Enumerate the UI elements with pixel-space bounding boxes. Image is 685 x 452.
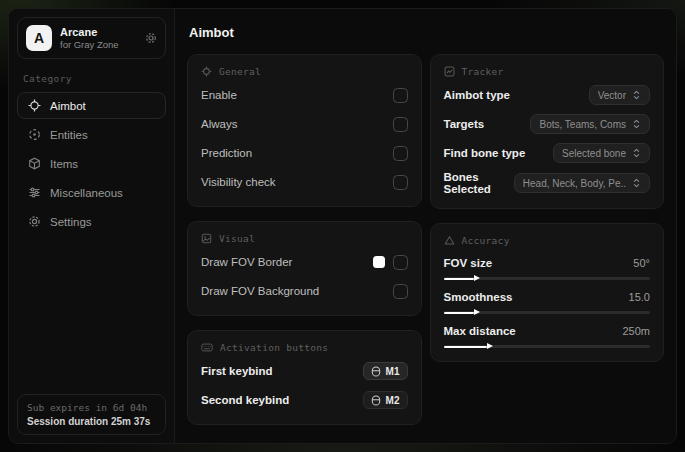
aimbot-type-dropdown[interactable]: Vector — [589, 85, 650, 105]
crosshair-icon — [28, 99, 41, 112]
accuracy-card: Accuracy FOV size 50° Smoothness — [430, 223, 665, 362]
sidebar-nav: Aimbot Entities Items — [17, 92, 166, 235]
setting-label: Visibility check — [201, 176, 276, 188]
sidebar-item-items[interactable]: Items — [17, 150, 166, 177]
dropdown-value: Head, Neck, Body, Pe.. — [523, 178, 626, 189]
section-title: Tracker — [462, 66, 504, 77]
fov-size-slider[interactable] — [444, 277, 651, 280]
setting-row-bones-selected: Bones Selected Head, Neck, Body, Pe.. — [444, 171, 651, 195]
setting-label: Smoothness — [444, 291, 513, 303]
trend-chart-icon — [444, 66, 455, 77]
setting-label: Max distance — [444, 325, 516, 337]
chevron-up-down-icon — [632, 178, 641, 188]
slider-fill — [444, 312, 475, 314]
sidebar-item-label: Aimbot — [50, 100, 86, 112]
cube-icon — [28, 157, 41, 170]
setting-label: FOV size — [444, 257, 493, 269]
setting-label: Second keybind — [201, 394, 289, 406]
sidebar-item-label: Entities — [50, 129, 88, 141]
max-distance-slider[interactable] — [444, 345, 651, 348]
sidebar-item-entities[interactable]: Entities — [17, 121, 166, 148]
mouse-icon — [371, 366, 381, 377]
setting-row-enable: Enable — [201, 84, 408, 106]
chevron-up-down-icon — [632, 119, 641, 129]
slider-value: 15.0 — [629, 291, 650, 303]
dropdown-value: Bots, Teams, Coms — [539, 119, 626, 130]
setting-label: Prediction — [201, 147, 252, 159]
setting-row-aimbot-type: Aimbot type Vector — [444, 84, 651, 106]
slider-value: 250m — [622, 325, 650, 337]
keyboard-icon — [201, 342, 213, 353]
setting-row-targets: Targets Bots, Teams, Coms — [444, 113, 651, 135]
smoothness-slider[interactable] — [444, 311, 651, 314]
sidebar: A Arcane for Gray Zone Category Aimbot — [9, 9, 175, 443]
tracker-card-header: Tracker — [444, 66, 651, 77]
sub-expiry-text: Sub expires in 6d 04h — [27, 402, 156, 413]
color-swatch[interactable] — [373, 256, 385, 268]
find-bone-type-dropdown[interactable]: Selected bone — [553, 143, 650, 163]
setting-row-second-keybind: Second keybind M2 — [201, 389, 408, 411]
sidebar-item-label: Settings — [50, 216, 92, 228]
second-keybind-button[interactable]: M2 — [363, 391, 408, 409]
gear-icon[interactable] — [145, 32, 157, 44]
tracker-card: Tracker Aimbot type Vector — [430, 54, 665, 209]
section-title: Activation buttons — [220, 342, 328, 353]
keybind-value: M2 — [386, 395, 400, 406]
targets-dropdown[interactable]: Bots, Teams, Coms — [530, 114, 650, 134]
setting-label: Targets — [444, 118, 485, 130]
app-logo: A — [26, 25, 52, 51]
setting-label: Draw FOV Background — [201, 285, 319, 297]
keybind-value: M1 — [386, 366, 400, 377]
chevron-up-down-icon — [632, 148, 641, 158]
setting-row-draw-fov-background: Draw FOV Background — [201, 280, 408, 302]
section-title: Accuracy — [462, 235, 510, 246]
crosshair-icon — [201, 66, 212, 77]
setting-label: First keybind — [201, 365, 273, 377]
setting-label: Draw FOV Border — [201, 256, 292, 268]
setting-row-draw-fov-border: Draw FOV Border — [201, 251, 408, 273]
always-checkbox[interactable] — [393, 117, 408, 132]
app-window: A Arcane for Gray Zone Category Aimbot — [8, 8, 677, 444]
sidebar-item-miscellaneous[interactable]: Miscellaneous — [17, 179, 166, 206]
visual-card: Visual Draw FOV Border Draw FOV Backgrou… — [187, 221, 422, 316]
sidebar-item-settings[interactable]: Settings — [17, 208, 166, 235]
sidebar-item-aimbot[interactable]: Aimbot — [17, 92, 166, 119]
setting-row-prediction: Prediction — [201, 142, 408, 164]
session-duration-text: Session duration 25m 37s — [27, 416, 156, 427]
brand-card: A Arcane for Gray Zone — [17, 17, 166, 59]
content-columns: General Enable Always Prediction — [187, 54, 664, 425]
prediction-checkbox[interactable] — [393, 146, 408, 161]
brand-subtitle: for Gray Zone — [60, 39, 137, 50]
brand-name: Arcane — [60, 26, 137, 38]
sidebar-item-label: Items — [50, 158, 78, 170]
mouse-icon — [371, 395, 381, 406]
setting-row-first-keybind: First keybind M1 — [201, 360, 408, 382]
slider-fill — [444, 278, 475, 280]
setting-row-find-bone-type: Find bone type Selected bone — [444, 142, 651, 164]
bones-selected-dropdown[interactable]: Head, Neck, Body, Pe.. — [514, 173, 650, 193]
section-title: Visual — [219, 233, 255, 244]
category-label: Category — [23, 73, 160, 84]
gear-icon — [28, 215, 41, 228]
first-keybind-button[interactable]: M1 — [363, 362, 408, 380]
setting-row-max-distance: Max distance 250m — [444, 325, 651, 348]
triangle-icon — [444, 235, 455, 246]
setting-label: Always — [201, 118, 237, 130]
visibility-check-checkbox[interactable] — [393, 175, 408, 190]
activation-buttons-card: Activation buttons First keybind M1 — [187, 330, 422, 425]
visual-card-header: Visual — [201, 233, 408, 244]
setting-label: Bones Selected — [444, 171, 514, 195]
draw-fov-background-checkbox[interactable] — [393, 284, 408, 299]
subscription-footer: Sub expires in 6d 04h Session duration 2… — [17, 394, 166, 435]
sliders-icon — [28, 186, 41, 199]
right-column: Tracker Aimbot type Vector — [430, 54, 665, 362]
page-title: Aimbot — [189, 25, 664, 40]
setting-label: Aimbot type — [444, 89, 510, 101]
draw-fov-border-checkbox[interactable] — [393, 255, 408, 270]
image-icon — [201, 233, 212, 244]
main-content: Aimbot General Enable — [175, 9, 676, 443]
left-column: General Enable Always Prediction — [187, 54, 422, 425]
enable-checkbox[interactable] — [393, 88, 408, 103]
setting-label: Find bone type — [444, 147, 526, 159]
setting-row-fov-size: FOV size 50° — [444, 257, 651, 280]
